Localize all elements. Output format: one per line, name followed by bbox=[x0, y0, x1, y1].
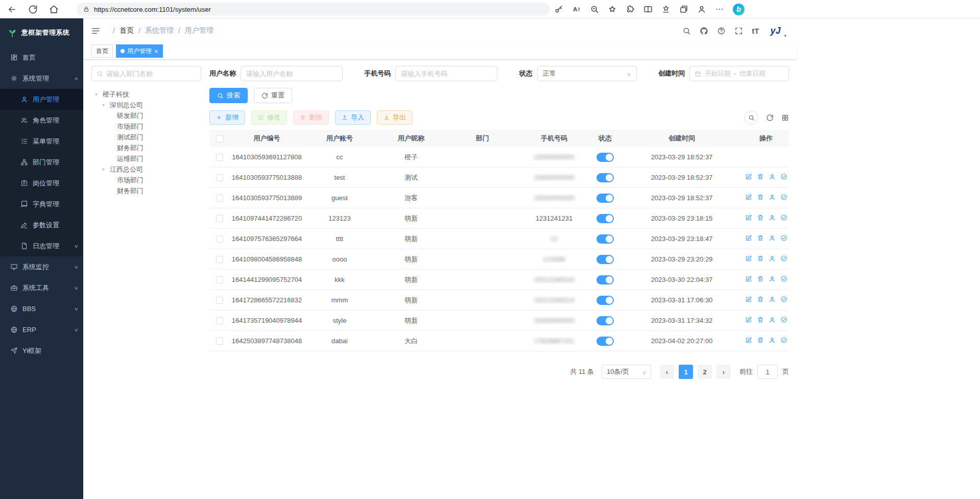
assign-role-icon[interactable] bbox=[780, 214, 787, 221]
github-icon[interactable] bbox=[700, 27, 708, 35]
font-size-icon[interactable]: tT bbox=[752, 27, 759, 35]
hamburger-icon[interactable] bbox=[83, 26, 108, 36]
favorites-icon[interactable] bbox=[661, 5, 671, 14]
zoom-out-icon[interactable] bbox=[590, 5, 599, 14]
reset-password-icon[interactable] bbox=[769, 255, 776, 262]
row-checkbox[interactable] bbox=[216, 338, 223, 345]
reset-password-icon[interactable] bbox=[769, 275, 776, 282]
status-toggle[interactable] bbox=[596, 275, 614, 284]
profile-icon[interactable] bbox=[697, 5, 706, 14]
delete-icon[interactable] bbox=[757, 234, 764, 242]
page-number-button[interactable]: 1 bbox=[679, 365, 693, 379]
tab[interactable]: 首页 bbox=[91, 44, 113, 58]
tree-node[interactable]: 研发部门 bbox=[91, 110, 201, 121]
delete-icon[interactable] bbox=[757, 173, 764, 180]
avatar[interactable]: yJ bbox=[768, 23, 783, 38]
user-avatar[interactable]: yJ bbox=[768, 23, 786, 38]
reload-icon[interactable] bbox=[28, 5, 38, 14]
assign-role-icon[interactable] bbox=[780, 173, 787, 180]
reset-password-icon[interactable] bbox=[769, 234, 776, 242]
edit-icon[interactable] bbox=[745, 275, 752, 282]
date-range-picker[interactable]: 开始日期 - 结束日期 bbox=[689, 66, 789, 81]
username-input[interactable] bbox=[241, 66, 343, 81]
status-toggle[interactable] bbox=[596, 255, 614, 264]
assign-role-icon[interactable] bbox=[780, 296, 787, 303]
sidebar-item[interactable]: ERP ∨ bbox=[0, 319, 83, 340]
reset-password-icon[interactable] bbox=[769, 173, 776, 180]
split-screen-icon[interactable] bbox=[643, 5, 653, 14]
bing-chat-icon[interactable]: b bbox=[733, 4, 745, 15]
add-button[interactable]: 新增 bbox=[209, 110, 245, 125]
tree-node[interactable]: 运维部门 bbox=[91, 153, 201, 164]
row-checkbox[interactable] bbox=[216, 174, 223, 181]
goto-page-input[interactable] bbox=[757, 365, 778, 379]
edit-icon[interactable] bbox=[745, 337, 752, 344]
row-checkbox[interactable] bbox=[216, 276, 223, 283]
sidebar-item[interactable]: 日志管理 ∨ bbox=[0, 235, 83, 256]
sidebar-item[interactable]: 系统工具 ∨ bbox=[0, 277, 83, 298]
status-toggle[interactable] bbox=[596, 234, 614, 244]
sidebar-item[interactable]: 字典管理 bbox=[0, 194, 83, 215]
columns-icon[interactable] bbox=[781, 114, 789, 122]
status-toggle[interactable] bbox=[596, 214, 614, 223]
phone-input[interactable] bbox=[395, 66, 497, 81]
assign-role-icon[interactable] bbox=[780, 194, 787, 201]
sidebar-item[interactable]: 菜单管理 bbox=[0, 131, 83, 152]
department-search-input[interactable] bbox=[106, 70, 196, 78]
tree-node[interactable]: 市场部门 bbox=[91, 175, 201, 185]
key-icon[interactable] bbox=[554, 5, 563, 14]
row-checkbox[interactable] bbox=[216, 317, 223, 324]
url-input[interactable] bbox=[94, 6, 544, 13]
delete-icon[interactable] bbox=[757, 255, 764, 262]
tab[interactable]: 用户管理 × bbox=[116, 44, 163, 58]
tree-node[interactable]: 测试部门 bbox=[91, 132, 201, 142]
assign-role-icon[interactable] bbox=[780, 234, 787, 242]
row-checkbox[interactable] bbox=[216, 215, 223, 222]
delete-icon[interactable] bbox=[757, 337, 764, 344]
shopping-icon[interactable] bbox=[608, 5, 617, 14]
search-icon[interactable] bbox=[682, 27, 691, 35]
sidebar-item[interactable]: 系统管理 ∧ bbox=[0, 68, 83, 89]
row-checkbox[interactable] bbox=[216, 154, 223, 161]
assign-role-icon[interactable] bbox=[780, 337, 787, 344]
tab-close-icon[interactable]: × bbox=[154, 48, 158, 55]
delete-icon[interactable] bbox=[757, 194, 764, 201]
breadcrumb-link[interactable]: 首页 bbox=[119, 26, 134, 35]
search-toggle-icon[interactable] bbox=[744, 110, 758, 125]
tree-node[interactable]: 市场部门 bbox=[91, 121, 201, 132]
sidebar-item[interactable]: 系统监控 ∨ bbox=[0, 256, 83, 277]
edit-icon[interactable] bbox=[745, 173, 752, 180]
tree-node[interactable]: 财务部门 bbox=[91, 185, 201, 196]
extensions-icon[interactable] bbox=[626, 5, 635, 14]
sidebar-item[interactable]: Yi框架 bbox=[0, 340, 83, 361]
sidebar-item[interactable]: 部门管理 bbox=[0, 152, 83, 173]
tree-node[interactable]: ▾ 江西总公司 bbox=[91, 164, 201, 175]
refresh-icon[interactable] bbox=[766, 114, 774, 122]
tree-node[interactable]: ▾ 深圳总公司 bbox=[91, 100, 201, 110]
breadcrumb-link[interactable]: 用户管理 bbox=[185, 26, 213, 35]
status-toggle[interactable] bbox=[596, 296, 614, 305]
status-toggle[interactable] bbox=[596, 316, 614, 325]
assign-role-icon[interactable] bbox=[780, 275, 787, 282]
help-icon[interactable] bbox=[717, 27, 726, 35]
status-select[interactable]: 正常 bbox=[537, 66, 637, 81]
search-button[interactable]: 搜索 bbox=[209, 88, 248, 103]
edit-icon[interactable] bbox=[745, 214, 752, 221]
status-toggle[interactable] bbox=[596, 194, 614, 203]
address-bar[interactable] bbox=[77, 3, 550, 16]
sidebar-item[interactable]: 岗位管理 bbox=[0, 173, 83, 194]
reset-password-icon[interactable] bbox=[769, 296, 776, 303]
sidebar-item[interactable]: 用户管理 bbox=[0, 89, 83, 110]
sidebar-item[interactable]: 角色管理 bbox=[0, 110, 83, 131]
fullscreen-icon[interactable] bbox=[734, 27, 743, 35]
reset-password-icon[interactable] bbox=[769, 337, 776, 344]
read-aloud-icon[interactable] bbox=[572, 5, 581, 14]
edit-button[interactable]: 修改 bbox=[251, 110, 287, 125]
collections-icon[interactable] bbox=[679, 5, 688, 14]
reset-password-icon[interactable] bbox=[769, 194, 776, 201]
next-page-button[interactable]: › bbox=[716, 365, 731, 379]
reset-button[interactable]: 重置 bbox=[254, 88, 292, 103]
import-button[interactable]: 导入 bbox=[335, 110, 371, 125]
sidebar-item[interactable]: 首页 bbox=[0, 47, 83, 68]
edit-icon[interactable] bbox=[745, 194, 752, 201]
